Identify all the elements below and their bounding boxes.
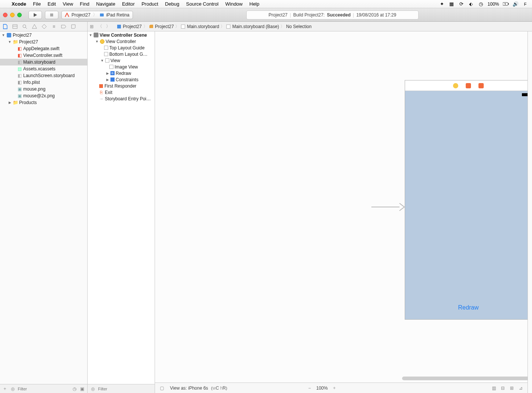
jump-item-1[interactable]: Project27: [155, 24, 174, 29]
scene-dock[interactable]: [405, 80, 528, 91]
zoom-out-icon[interactable]: −: [307, 385, 313, 391]
outline-filter-input[interactable]: [98, 387, 152, 391]
file-assets[interactable]: ▤Assets.xcassets: [0, 66, 87, 72]
exit-dock-icon[interactable]: [478, 83, 484, 88]
viewcontroller-dock-icon[interactable]: [453, 83, 458, 88]
menu-find[interactable]: Find: [76, 1, 92, 7]
project-navigator-icon[interactable]: [2, 24, 8, 30]
breakpoint-navigator-icon[interactable]: [61, 24, 67, 30]
jump-item-3[interactable]: Main.storyboard (Base): [232, 24, 279, 29]
menu-window[interactable]: Window: [222, 1, 246, 7]
file-infoplist[interactable]: ◧Info.plist: [0, 79, 87, 86]
outline-bottomguide[interactable]: Bottom Layout G…: [88, 51, 155, 57]
jump-item-4[interactable]: No Selection: [286, 24, 311, 29]
app-menu[interactable]: Xcode: [8, 1, 30, 7]
file-mouse2x[interactable]: ▣mouse@2x.png: [0, 92, 87, 99]
status-icon[interactable]: ▦: [449, 1, 455, 7]
find-navigator-icon[interactable]: [22, 24, 28, 30]
filter-icon[interactable]: ◎: [10, 386, 16, 392]
issue-navigator-icon[interactable]: [31, 24, 37, 30]
add-icon[interactable]: ＋: [2, 386, 8, 392]
filter-icon[interactable]: ◎: [90, 386, 96, 392]
file-mainstoryboard[interactable]: ◧Main.storyboard: [0, 59, 87, 66]
jump-item-0[interactable]: Project27: [123, 24, 142, 29]
menu-editor[interactable]: Editor: [119, 1, 138, 7]
disclosure-triangle-icon[interactable]: ▼: [100, 59, 104, 63]
symbol-navigator-icon[interactable]: [12, 24, 18, 30]
project-tree[interactable]: ▼ Project27 ▼ 📁 Project27 ◧AppDelegate.s…: [0, 31, 87, 384]
canvas[interactable]: Redraw: [155, 31, 528, 383]
outline-entrypoint[interactable]: →Storyboard Entry Poi…: [88, 95, 155, 102]
jump-item-2[interactable]: Main.storyboard: [187, 24, 219, 29]
outline-topguide[interactable]: Top Layout Guide: [88, 45, 155, 51]
outline-scene[interactable]: ▼View Controller Scene: [88, 32, 155, 38]
root-view[interactable]: Redraw: [405, 91, 528, 319]
clock-icon[interactable]: ◷: [478, 1, 484, 7]
related-items-icon[interactable]: ⊞: [88, 23, 96, 30]
recent-icon[interactable]: ◷: [72, 386, 77, 392]
evernote-icon[interactable]: ✦: [439, 1, 445, 7]
menu-source-control[interactable]: Source Control: [183, 1, 222, 7]
horizontal-scrollbar[interactable]: [402, 377, 528, 380]
utilities-edge[interactable]: [528, 31, 532, 393]
disclosure-triangle-icon[interactable]: ▶: [106, 78, 109, 82]
close-window-button[interactable]: [3, 13, 7, 17]
disclosure-triangle-icon[interactable]: ▼: [95, 40, 99, 43]
outline-redraw[interactable]: ▶BRedraw: [88, 70, 155, 76]
report-navigator-icon[interactable]: [70, 24, 76, 30]
view-as-control[interactable]: View as: iPhone 6s (wC hR): [170, 386, 227, 391]
resolve-issues-icon[interactable]: ⊿: [518, 385, 524, 391]
minimize-window-button[interactable]: [10, 13, 15, 17]
outline-exit[interactable]: ⎘Exit: [88, 89, 155, 95]
file-mousepng[interactable]: ▣mouse.png: [0, 86, 87, 92]
products-group[interactable]: ▶📁Products: [0, 99, 87, 106]
storyboard-entry-arrow[interactable]: [371, 201, 405, 214]
forward-button[interactable]: 〉: [104, 23, 112, 30]
outline-firstresponder[interactable]: First Responder: [88, 83, 155, 89]
disclosure-triangle-icon[interactable]: ▼: [8, 40, 12, 44]
menu-view[interactable]: View: [59, 1, 76, 7]
back-button[interactable]: 〈: [96, 23, 104, 30]
firstresponder-dock-icon[interactable]: [466, 83, 471, 88]
test-navigator-icon[interactable]: [41, 24, 47, 30]
menu-file[interactable]: File: [30, 1, 44, 7]
run-button[interactable]: [28, 11, 42, 19]
scheme-selector[interactable]: Project27 〉 iPad Retina: [61, 11, 133, 19]
view-controller-scene-canvas[interactable]: Redraw: [405, 80, 528, 320]
file-viewcontroller[interactable]: ◧ViewController.swift: [0, 52, 87, 59]
sync-icon[interactable]: ⟳: [458, 1, 464, 7]
file-launchscreen[interactable]: ◧LaunchScreen.storyboard: [0, 72, 87, 79]
redraw-button[interactable]: Redraw: [405, 304, 528, 311]
align-icon[interactable]: ⊟: [500, 385, 506, 391]
outline-vc[interactable]: ▼View Controller: [88, 38, 155, 45]
battery-icon[interactable]: [503, 1, 509, 7]
project-root[interactable]: ▼ Project27: [0, 32, 87, 39]
outline-view[interactable]: ▼View: [88, 57, 155, 64]
scm-icon[interactable]: ▣: [79, 386, 85, 392]
debug-navigator-icon[interactable]: ≡: [51, 24, 57, 30]
dropbox-icon[interactable]: ⬖: [468, 1, 474, 7]
pin-icon[interactable]: ⊞: [509, 385, 515, 391]
stop-button[interactable]: [45, 11, 58, 19]
jump-bar[interactable]: Project27 〉 Project27 〉 Main.storyboard …: [115, 24, 314, 29]
outline-constraints[interactable]: ▶Constraints: [88, 76, 155, 83]
menu-help[interactable]: Help: [246, 1, 263, 7]
zoom-in-icon[interactable]: ＋: [331, 385, 337, 391]
menu-debug[interactable]: Debug: [162, 1, 183, 7]
user-icon[interactable]: F: [522, 1, 528, 7]
zoom-window-button[interactable]: [17, 13, 22, 17]
disclosure-triangle-icon[interactable]: ▼: [89, 33, 92, 37]
volume-icon[interactable]: 🔊: [513, 1, 519, 7]
outline-imageview[interactable]: Image View: [88, 64, 155, 70]
menu-edit[interactable]: Edit: [44, 1, 59, 7]
toggle-outline-icon[interactable]: ▢: [159, 385, 165, 391]
menu-navigate[interactable]: Navigate: [93, 1, 119, 7]
navigator-filter-input[interactable]: [18, 387, 70, 391]
disclosure-triangle-icon[interactable]: ▶: [8, 101, 12, 104]
file-appdelegate[interactable]: ◧AppDelegate.swift: [0, 45, 87, 52]
disclosure-triangle-icon[interactable]: ▶: [106, 71, 109, 75]
project-group[interactable]: ▼ 📁 Project27: [0, 39, 87, 45]
disclosure-triangle-icon[interactable]: ▼: [1, 33, 5, 37]
embed-in-stack-icon[interactable]: ▥: [491, 385, 497, 391]
outline-tree[interactable]: ▼View Controller Scene ▼View Controller …: [88, 31, 155, 384]
